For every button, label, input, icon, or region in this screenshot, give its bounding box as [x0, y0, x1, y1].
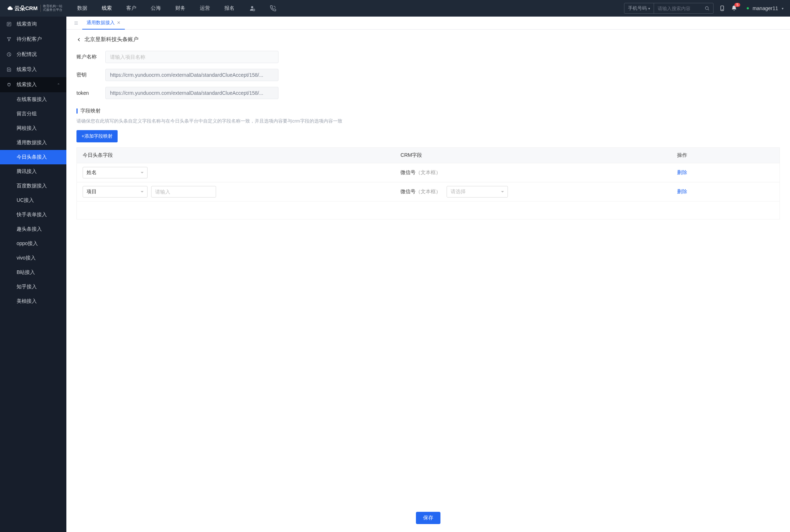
sidebar: 线索查询 待分配客户 分配情况 线索导入 线索接入 ⌃ 在线客服接入 留言分组 … [0, 17, 66, 532]
content: 北京昱新科技头条账户 账户名称 密钥 token 字段映射 请确保您在此填写的头… [66, 30, 790, 532]
sidebar-sub-qutoutiao[interactable]: 趣头条接入 [0, 222, 66, 236]
sidebar-sub-baidu[interactable]: 百度数据接入 [0, 179, 66, 193]
sidebar-label: 线索导入 [17, 66, 37, 73]
tabs-toggle-icon[interactable] [70, 21, 82, 26]
form-row-name: 账户名称 [76, 51, 780, 63]
save-button[interactable]: 保存 [416, 512, 440, 524]
name-label: 账户名称 [76, 54, 105, 60]
sidebar-sub-uc[interactable]: UC接入 [0, 193, 66, 208]
table-row-empty [77, 201, 780, 219]
svg-point-4 [722, 9, 723, 10]
toutiao-field-select[interactable]: 姓名 [83, 167, 148, 178]
crm-field-type: （文本框） [416, 169, 441, 175]
svg-point-2 [706, 6, 708, 9]
toutiao-extra-input[interactable] [151, 186, 216, 198]
close-icon[interactable]: ✕ [117, 20, 120, 25]
bell-icon[interactable]: 5 [731, 5, 737, 12]
query-icon [6, 22, 12, 27]
sidebar-sub-bilibili[interactable]: B站接入 [0, 265, 66, 280]
search-button[interactable] [701, 6, 713, 11]
sidebar-label: 线索接入 [17, 81, 37, 88]
header-right: 手机号码 ▾ 5 manager11 ▾ [624, 3, 784, 14]
mapping-table: 今日头条字段 CRM字段 操作 姓名 微信号（文本框） 删除 [76, 147, 780, 220]
tab-generic-access[interactable]: 通用数据接入 ✕ [82, 17, 125, 30]
sidebar-item-access[interactable]: 线索接入 ⌃ [0, 77, 66, 92]
sidebar-sub-oppo[interactable]: oppo接入 [0, 236, 66, 251]
search-type-select[interactable]: 手机号码 ▾ [624, 3, 654, 13]
select-placeholder: 请选择 [451, 189, 466, 195]
table-row: 姓名 微信号（文本框） 删除 [77, 163, 780, 182]
logo-subtitle: 教育机构一站 式服务云平台 [40, 5, 62, 12]
select-value: 项目 [87, 189, 97, 195]
sidebar-label: 分配情况 [17, 51, 37, 58]
sidebar-label: 线索查询 [17, 21, 37, 27]
td-op: 删除 [677, 189, 774, 195]
td-toutiao: 姓名 [83, 167, 400, 178]
sidebar-sub-zhihu[interactable]: 知乎接入 [0, 280, 66, 294]
search-box: 手机号码 ▾ [624, 3, 714, 14]
footer-bar: 保存 [66, 507, 790, 532]
table-row: 项目 微信号（文本框） 请选择 删除 [77, 182, 780, 201]
notification-badge: 5 [734, 3, 740, 7]
page-title: 北京昱新科技头条账户 [84, 36, 139, 43]
sidebar-sub-tencent[interactable]: 腾讯接入 [0, 164, 66, 179]
status-dot [747, 7, 749, 9]
td-op: 删除 [677, 169, 774, 176]
tab-label: 通用数据接入 [87, 19, 115, 26]
add-mapping-button[interactable]: +添加字段映射 [76, 130, 118, 142]
sidebar-item-import[interactable]: 线索导入 [0, 62, 66, 77]
logo-icon: 云朵CRM [6, 5, 38, 12]
th-toutiao: 今日头条字段 [83, 152, 400, 159]
delete-button[interactable]: 删除 [677, 189, 687, 194]
td-crm: 微信号（文本框） [400, 169, 677, 176]
sidebar-item-pending[interactable]: 待分配客户 [0, 32, 66, 47]
sidebar-item-allocation[interactable]: 分配情况 [0, 47, 66, 62]
crm-field-name: 微信号 [400, 189, 416, 194]
toutiao-field-select[interactable]: 项目 [83, 186, 148, 198]
user-menu[interactable]: manager11 ▾ [743, 5, 784, 11]
pie-icon [6, 52, 12, 57]
search-input[interactable] [654, 6, 701, 11]
sidebar-sub-generic[interactable]: 通用数据接入 [0, 136, 66, 150]
td-toutiao: 项目 [83, 186, 400, 198]
nav-ops[interactable]: 运营 [193, 0, 217, 17]
sidebar-sub-vivo[interactable]: vivo接入 [0, 251, 66, 265]
chevron-down-icon: ▾ [648, 6, 650, 10]
sidebar-sub-online-cs[interactable]: 在线客服接入 [0, 92, 66, 107]
nav-user-icon[interactable] [242, 0, 263, 17]
sidebar-sub-message-group[interactable]: 留言分组 [0, 107, 66, 121]
sidebar-sub-toutiao[interactable]: 今日头条接入 [0, 150, 66, 164]
nav-finance[interactable]: 财务 [168, 0, 193, 17]
sidebar-sub-school[interactable]: 网校接入 [0, 121, 66, 136]
sidebar-sub-meiyou[interactable]: 美柚接入 [0, 294, 66, 309]
secret-input[interactable] [105, 69, 278, 81]
back-arrow-icon[interactable] [76, 37, 82, 42]
chevron-up-icon: ⌃ [57, 83, 60, 87]
nav-signup[interactable]: 报名 [217, 0, 242, 17]
sidebar-sub-kuaishou[interactable]: 快手表单接入 [0, 208, 66, 222]
delete-button[interactable]: 删除 [677, 169, 687, 175]
secret-label: 密钥 [76, 72, 105, 78]
nav-customers[interactable]: 客户 [119, 0, 144, 17]
sidebar-label: 待分配客户 [17, 36, 42, 43]
user-name: manager11 [752, 5, 778, 11]
top-header: 云朵CRM 教育机构一站 式服务云平台 数据 线索 客户 公海 财务 运营 报名… [0, 0, 790, 17]
sidebar-item-query[interactable]: 线索查询 [0, 17, 66, 32]
select-value: 姓名 [87, 169, 97, 176]
nav-phone-icon[interactable] [263, 0, 284, 17]
token-input[interactable] [105, 87, 278, 99]
logo[interactable]: 云朵CRM 教育机构一站 式服务云平台 [6, 5, 66, 12]
nav-public[interactable]: 公海 [144, 0, 168, 17]
tabs-bar: 通用数据接入 ✕ [66, 17, 790, 30]
crm-field-select[interactable]: 请选择 [447, 186, 508, 198]
token-label: token [76, 90, 105, 96]
phone-icon[interactable] [719, 5, 725, 12]
section-header: 字段映射 [76, 108, 780, 114]
td-crm: 微信号（文本框） 请选择 [400, 186, 677, 198]
main: 通用数据接入 ✕ 北京昱新科技头条账户 账户名称 密钥 token [66, 17, 790, 532]
nav-clues[interactable]: 线索 [95, 0, 119, 17]
name-input[interactable] [105, 51, 278, 63]
section-bar [76, 108, 78, 114]
form-row-secret: 密钥 [76, 69, 780, 81]
nav-data[interactable]: 数据 [70, 0, 95, 17]
